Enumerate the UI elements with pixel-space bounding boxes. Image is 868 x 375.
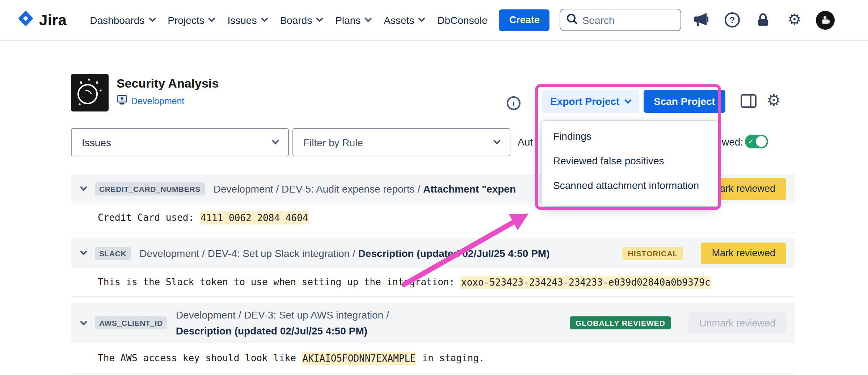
navbar-icon-group: ? ⚙ (692, 10, 835, 29)
rule-badge: AWS_CLIENT_ID (95, 316, 167, 329)
jira-logo-icon (17, 9, 35, 30)
nav-item-plans[interactable]: Plans (335, 14, 371, 26)
search-input[interactable] (582, 14, 662, 26)
page-title: Security Analysis (117, 77, 219, 91)
secret-highlight: xoxo-523423-234243-234233-e039d02840a0b9… (460, 275, 711, 288)
export-project-button[interactable]: Export Project (542, 90, 639, 113)
nav-item-issues[interactable]: Issues (228, 14, 267, 26)
export-project-menu: Findings Reviewed false positives Scanne… (542, 121, 718, 206)
help-icon[interactable]: ? (723, 10, 742, 29)
nav-item-boards[interactable]: Boards (280, 14, 322, 26)
partially-hidden-label-left: Aut (518, 136, 533, 148)
search-icon (566, 13, 578, 27)
collapse-chevron-icon[interactable] (80, 184, 87, 191)
finding-breadcrumb: Development / DEV-3: Set up AWS integrat… (176, 307, 389, 339)
project-header: Security Analysis Development (71, 74, 219, 111)
rule-badge: SLACK (95, 247, 131, 260)
collapse-chevron-icon[interactable] (80, 248, 87, 255)
nav-item-dbconsole[interactable]: DbConsole (437, 14, 488, 26)
development-project-icon (117, 95, 127, 108)
mark-reviewed-button[interactable]: Mark reviewed (701, 242, 786, 264)
rule-badge: CREDIT_CARD_NUMBERS (95, 182, 205, 195)
globally-reviewed-badge: GLOBALLY REVIEWED (570, 316, 671, 329)
issues-filter-select[interactable]: Issues (71, 128, 289, 156)
chevron-down-icon (272, 137, 279, 144)
project-breadcrumb-link[interactable]: Development (131, 96, 184, 106)
finding-row-slack: SLACK Development / DEV-4: Set up Slack … (71, 238, 795, 297)
check-icon: ✓ (748, 138, 754, 146)
chevron-down-icon (316, 15, 323, 22)
finding-header[interactable]: SLACK Development / DEV-4: Set up Slack … (71, 238, 795, 268)
nav-item-projects[interactable]: Projects (168, 14, 214, 26)
chevron-down-icon (261, 15, 268, 22)
project-avatar (71, 74, 109, 111)
collapse-chevron-icon[interactable] (80, 318, 87, 325)
main-navigation: Dashboards Projects Issues Boards Plans … (90, 14, 487, 26)
finding-breadcrumb: Development / DEV-5: Audit expense repor… (214, 183, 516, 194)
unmark-reviewed-button[interactable]: Unmark reviewed (688, 312, 786, 334)
search-box[interactable] (560, 9, 682, 31)
jira-logo-text: Jira (39, 11, 67, 29)
info-icon[interactable]: i (507, 96, 521, 110)
secret-highlight: AKIAIO5FODNN7EXAMPLE (302, 351, 417, 365)
menu-item-scanned-attachment-information[interactable]: Scanned attachment information (542, 173, 718, 198)
chevron-down-icon (208, 15, 216, 22)
chevron-down-icon (418, 15, 425, 22)
finding-content: The AWS access key should look like AKIA… (71, 343, 795, 374)
finding-content: This is the Slack token to use when sett… (71, 268, 795, 297)
rule-filter-select[interactable]: Filter by Rule (292, 128, 510, 156)
top-navbar: Jira Dashboards Projects Issues Boards P… (0, 0, 868, 41)
jira-logo[interactable]: Jira (17, 9, 67, 30)
details-panel-icon[interactable] (741, 94, 757, 111)
historical-badge: HISTORICAL (622, 247, 683, 260)
project-settings-gear-icon[interactable]: ⚙ (767, 91, 781, 109)
jira-security-analysis-page: Jira Dashboards Projects Issues Boards P… (0, 0, 868, 375)
nav-item-dashboards[interactable]: Dashboards (90, 14, 155, 26)
announcements-megaphone-icon[interactable] (692, 10, 711, 29)
nav-item-assets[interactable]: Assets (384, 14, 424, 26)
menu-item-findings[interactable]: Findings (542, 124, 718, 148)
finding-content: Credit Card used: 4111 0062 2084 4604 (71, 203, 795, 232)
chevron-down-icon (365, 15, 372, 22)
settings-gear-icon[interactable]: ⚙ (785, 10, 804, 29)
show-reviewed-toggle[interactable]: ✓ (745, 135, 768, 148)
chevron-down-icon (493, 137, 501, 144)
create-button[interactable]: Create (499, 9, 550, 31)
finding-header[interactable]: AWS_CLIENT_ID Development / DEV-3: Set u… (71, 303, 795, 343)
show-reviewed-label-partial: wed: (722, 136, 743, 148)
lock-icon[interactable] (754, 10, 773, 29)
finding-row-aws: AWS_CLIENT_ID Development / DEV-3: Set u… (71, 303, 795, 374)
finding-breadcrumb: Development / DEV-4: Set up Slack integr… (139, 247, 549, 259)
chevron-down-icon (148, 15, 156, 22)
user-avatar[interactable] (816, 10, 835, 29)
chevron-down-icon (624, 96, 632, 104)
secret-highlight: 4111 0062 2084 4604 (200, 211, 309, 224)
scan-project-button[interactable]: Scan Project (644, 90, 725, 113)
menu-item-reviewed-false-positives[interactable]: Reviewed false positives (542, 148, 718, 173)
